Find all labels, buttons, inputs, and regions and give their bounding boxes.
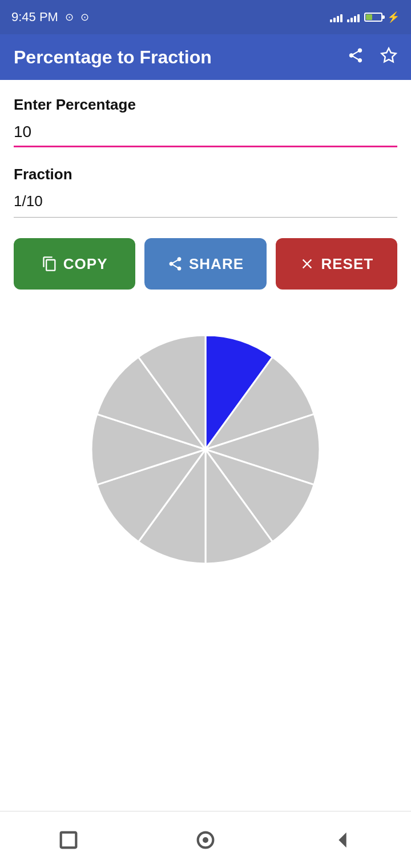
time-display: 9:45 PM xyxy=(11,10,58,25)
fraction-value-row: 1/10 xyxy=(14,188,397,218)
bottom-navigation xyxy=(0,811,411,868)
pie-chart-container xyxy=(14,312,397,598)
share-icon[interactable] xyxy=(347,47,364,68)
svg-marker-4 xyxy=(339,832,346,847)
reset-button[interactable]: RESET xyxy=(276,238,397,290)
share-button[interactable]: SHARE xyxy=(144,238,266,290)
share-btn-icon xyxy=(167,256,183,272)
pie-chart xyxy=(80,324,331,575)
svg-point-3 xyxy=(203,837,208,843)
indicator-icon-1: ⊙ xyxy=(65,11,74,23)
circle-icon xyxy=(194,829,217,851)
home-button[interactable] xyxy=(188,823,223,857)
back-button[interactable] xyxy=(325,823,360,857)
share-label: SHARE xyxy=(189,255,244,273)
battery-level: ⚡ xyxy=(387,11,400,23)
reset-icon xyxy=(299,256,315,272)
signal-bars-1 xyxy=(330,12,342,22)
favorite-icon[interactable] xyxy=(380,47,397,68)
fraction-label: Fraction xyxy=(14,166,397,183)
percentage-input[interactable] xyxy=(14,118,397,147)
copy-button[interactable]: COPY xyxy=(14,238,135,290)
indicator-icon-2: ⊙ xyxy=(80,11,89,23)
copy-label: COPY xyxy=(63,255,108,273)
status-left: 9:45 PM ⊙ ⊙ xyxy=(11,10,89,25)
back-icon xyxy=(331,829,354,851)
square-icon xyxy=(57,829,80,851)
reset-label: RESET xyxy=(321,255,373,273)
enter-percentage-label: Enter Percentage xyxy=(14,96,397,114)
status-right: ⚡ xyxy=(330,11,400,23)
svg-marker-0 xyxy=(382,48,396,62)
app-header: Percentage to Fraction xyxy=(0,34,411,80)
battery-icon xyxy=(364,13,382,22)
svg-rect-1 xyxy=(61,832,76,847)
action-buttons: COPY SHARE RESET xyxy=(14,238,397,290)
signal-bars-2 xyxy=(347,12,360,22)
status-bar: 9:45 PM ⊙ ⊙ ⚡ xyxy=(0,0,411,34)
fraction-value: 1/10 xyxy=(14,192,43,210)
main-content: Enter Percentage Fraction 1/10 COPY SHAR… xyxy=(0,80,411,811)
app-title: Percentage to Fraction xyxy=(14,47,212,68)
recent-apps-button[interactable] xyxy=(51,823,86,857)
copy-icon xyxy=(42,256,58,272)
header-icons xyxy=(347,47,397,68)
